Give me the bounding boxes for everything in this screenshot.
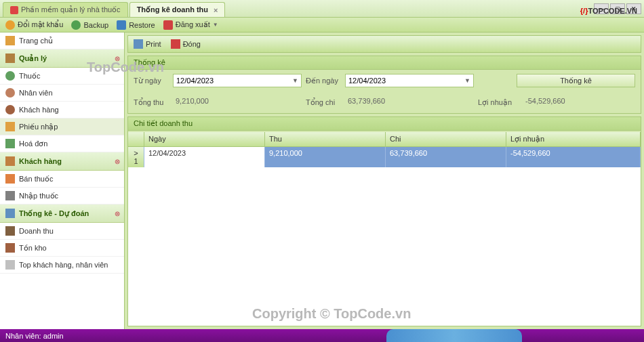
status-bar: Nhân viên: admin <box>0 329 644 342</box>
sidebar-item-doanhthu[interactable]: Doanh thu <box>0 223 124 240</box>
sidebar: Trang chủ Quản lý ⊗ Thuốc Nhân viên Khác… <box>0 33 125 329</box>
restore-icon <box>117 20 126 30</box>
person-icon <box>5 88 15 98</box>
logout-button[interactable]: Đăng xuất ▼ <box>163 20 218 30</box>
grid-col-loinhuan[interactable]: Lợi nhuận <box>506 132 641 146</box>
from-date-value: 12/04/2023 <box>176 77 214 85</box>
restore-label: Restore <box>129 21 155 29</box>
grid-col-chi[interactable]: Chi <box>386 132 506 146</box>
content-panel: Print Đóng Thống kê Từ ngày 12/04/2023 ▼… <box>125 33 644 329</box>
sidebar-tonkho-label: Tồn kho <box>19 244 47 253</box>
run-report-button[interactable]: Thống kê <box>517 74 635 87</box>
change-password-label: Đổi mật khẩu <box>18 20 63 29</box>
data-grid[interactable]: Ngày Thu Chi Lợi nhuận > 1 12/04/2023 9,… <box>128 132 641 326</box>
sidebar-item-tonkho[interactable]: Tồn kho <box>0 240 124 257</box>
chevron-down-icon[interactable]: ▼ <box>464 77 470 84</box>
sidebar-banthuoc-label: Bán thuốc <box>19 175 53 184</box>
backup-label: Backup <box>83 21 108 29</box>
sidebar-phieunhap-label: Phiếu nhập <box>19 123 58 131</box>
sidebar-item-nhapthuoc[interactable]: Nhập thuốc <box>0 188 124 205</box>
filter-title: Thống kê <box>128 56 641 70</box>
invoice-icon <box>5 139 15 148</box>
sidebar-home-label: Trang chủ <box>19 37 53 45</box>
sidebar-kh-header-label: Khách hàng <box>19 157 62 165</box>
filter-body: Từ ngày 12/04/2023 ▼ Đến ngày 12/04/2023… <box>128 70 641 113</box>
sidebar-doanhthu-label: Doanh thu <box>19 227 54 235</box>
sidebar-item-home[interactable]: Trang chủ <box>0 33 124 49</box>
loinhuan-label: Lợi nhuận <box>478 98 519 107</box>
loinhuan-value: -54,529,660 <box>523 95 618 109</box>
sidebar-manage-label: Quản lý <box>19 54 47 63</box>
sidebar-header-khachhang[interactable]: Khách hàng ⊗ <box>0 152 124 171</box>
sidebar-item-banthuoc[interactable]: Bán thuốc <box>0 171 124 188</box>
sidebar-item-khachhang[interactable]: Khách hàng <box>0 102 124 119</box>
detail-title: Chi tiết doanh thu <box>128 117 641 131</box>
status-user-value: admin <box>43 332 64 340</box>
from-date-input[interactable]: 12/04/2023 ▼ <box>173 74 302 87</box>
sidebar-item-nhanvien[interactable]: Nhân viên <box>0 85 124 102</box>
cell-chi: 63,739,660 <box>386 147 506 167</box>
home-icon <box>5 36 15 45</box>
tongthu-value: 9,210,000 <box>173 95 302 109</box>
restore-button[interactable]: Restore <box>117 20 155 30</box>
table-row[interactable]: > 1 12/04/2023 9,210,000 63,739,660 -54,… <box>128 147 641 167</box>
tab-strip: Phần mềm quản lý nhà thuốc Thống kê doan… <box>3 0 225 17</box>
people-icon <box>5 156 15 166</box>
sidebar-item-topkh[interactable]: Top khách hàng, nhân viên <box>0 257 124 274</box>
filter-group: Thống kê Từ ngày 12/04/2023 ▼ Đến ngày 1… <box>127 56 641 114</box>
status-user-label: Nhân viên: <box>5 332 41 340</box>
tongchi-label: Tổng chi <box>306 98 341 107</box>
sidebar-hoadon-label: Hoá đơn <box>19 140 47 148</box>
sidebar-header-manage[interactable]: Quản lý ⊗ <box>0 49 124 68</box>
tongchi-value: 63,739,660 <box>345 95 474 109</box>
sidebar-thuoc-label: Thuốc <box>19 72 40 81</box>
sidebar-header-thongke[interactable]: Thống kê - Dự đoán ⊗ <box>0 205 124 223</box>
tab-app[interactable]: Phần mềm quản lý nhà thuốc <box>3 2 128 17</box>
row-indicator: > 1 <box>128 147 144 167</box>
close-icon <box>171 39 180 49</box>
grid-col-ngay[interactable]: Ngày <box>144 132 265 146</box>
backup-icon <box>71 20 81 30</box>
sidebar-item-thuoc[interactable]: Thuốc <box>0 68 124 85</box>
backup-button[interactable]: Backup <box>71 20 108 30</box>
grid-header: Ngày Thu Chi Lợi nhuận <box>128 132 641 147</box>
main-area: Trang chủ Quản lý ⊗ Thuốc Nhân viên Khác… <box>0 33 644 329</box>
status-decoration <box>386 329 522 342</box>
sidebar-item-hoadon[interactable]: Hoá đơn <box>0 135 124 152</box>
tab-report[interactable]: Thống kê doanh thu × <box>129 2 226 17</box>
revenue-icon <box>5 226 15 236</box>
manage-icon <box>5 54 15 63</box>
sidebar-topkh-label: Top khách hàng, nhân viên <box>19 261 108 269</box>
collapse-icon[interactable]: ⊗ <box>115 158 120 165</box>
to-date-input[interactable]: 12/04/2023 ▼ <box>345 74 474 87</box>
cell-loinhuan: -54,529,660 <box>506 147 641 167</box>
titlebar: Phần mềm quản lý nhà thuốc Thống kê doan… <box>0 0 644 18</box>
print-button[interactable]: Print <box>134 39 161 49</box>
logout-icon <box>163 20 173 30</box>
grid-col-thu[interactable]: Thu <box>265 132 386 146</box>
top-icon <box>5 260 15 270</box>
cell-thu: 9,210,000 <box>265 147 386 167</box>
sidebar-item-phieunhap[interactable]: Phiếu nhập <box>0 119 124 135</box>
people-icon <box>5 105 15 114</box>
sell-icon <box>5 174 15 184</box>
chart-icon <box>5 209 15 218</box>
sidebar-nhapthuoc-label: Nhập thuốc <box>19 192 58 200</box>
logout-label: Đăng xuất <box>176 20 210 29</box>
change-password-button[interactable]: Đổi mật khẩu <box>5 20 63 30</box>
print-icon <box>134 39 143 49</box>
collapse-icon[interactable]: ⊗ <box>115 55 120 62</box>
app-icon <box>10 6 18 14</box>
logo: {/}TOPCODE.VN <box>580 4 637 16</box>
key-icon <box>5 20 15 30</box>
content-toolbar: Print Đóng <box>127 35 641 53</box>
logo-text: TOPCODE.VN <box>588 7 637 15</box>
from-date-label: Từ ngày <box>134 77 169 85</box>
close-icon[interactable]: × <box>214 6 218 14</box>
sidebar-nhanvien-label: Nhân viên <box>19 89 53 97</box>
chevron-down-icon[interactable]: ▼ <box>292 77 298 84</box>
detail-group: Chi tiết doanh thu Ngày Thu Chi Lợi nhuậ… <box>127 116 641 326</box>
logo-bracket: {/} <box>580 7 588 15</box>
collapse-icon[interactable]: ⊗ <box>115 210 120 217</box>
close-panel-button[interactable]: Đóng <box>171 39 201 49</box>
